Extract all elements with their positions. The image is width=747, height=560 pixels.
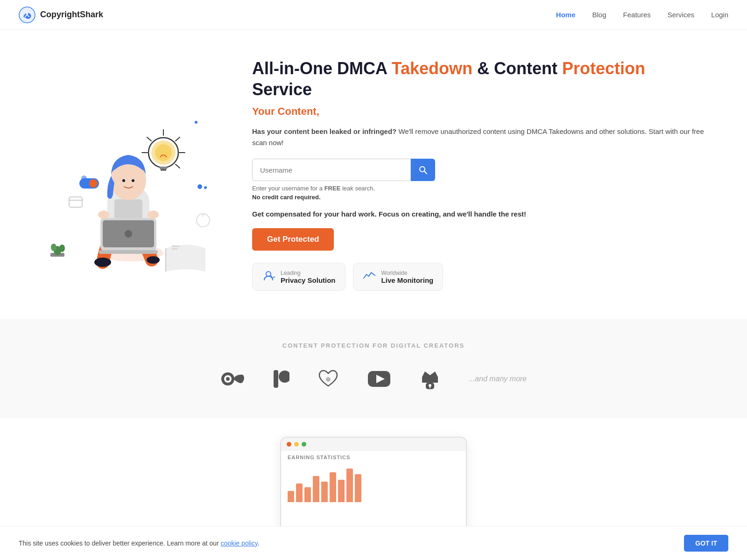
stats-label: EARNING STATISTICS — [281, 451, 466, 460]
platform-onlyfans — [220, 369, 245, 389]
cookie-text-main: This site uses cookies to deliver better… — [19, 539, 221, 547]
nav-services[interactable]: Services — [668, 11, 695, 19]
platform-patreon — [273, 369, 289, 389]
no-cc-text: No credit card required. — [252, 194, 710, 201]
hero-desc: Has your content been leaked or infringe… — [252, 126, 710, 148]
badge-monitoring: Worldwide Live Monitoring — [353, 263, 444, 291]
got-it-button[interactable]: GOT IT — [684, 535, 728, 552]
badge-monitoring-main: Live Monitoring — [381, 276, 434, 284]
platform-heart — [317, 369, 339, 389]
svg-point-50 — [226, 377, 230, 381]
search-hint-text: Enter your username for a — [252, 185, 324, 192]
chart-bar-6 — [330, 472, 336, 502]
svg-point-53 — [326, 377, 331, 382]
badge-monitoring-text: Worldwide Live Monitoring — [381, 270, 434, 284]
hero-title-part1: All-in-One DMCA — [252, 59, 392, 78]
privacy-icon — [262, 269, 275, 285]
svg-rect-41 — [69, 197, 82, 207]
cookie-text: This site uses cookies to deliver better… — [19, 539, 260, 547]
svg-rect-17 — [114, 199, 142, 220]
svg-point-15 — [147, 256, 160, 264]
svg-line-35 — [176, 164, 180, 168]
hero-content: All-in-One DMCA Takedown & Content Prote… — [224, 58, 710, 291]
svg-point-4 — [195, 121, 197, 124]
svg-line-31 — [176, 137, 180, 141]
svg-point-23 — [122, 179, 125, 182]
svg-point-24 — [132, 179, 134, 182]
hero-desc-bold: Has your content been leaked or infringe… — [252, 127, 396, 135]
compensate-text: Get compensated for your hard work. Focu… — [252, 210, 710, 218]
feature-badges: Leading Privacy Solution Worldwide Live … — [252, 263, 710, 291]
chart-bar-2 — [296, 483, 303, 502]
svg-rect-21 — [99, 250, 158, 254]
hero-title-part2: & Content — [472, 59, 562, 78]
nav-blog[interactable]: Blog — [592, 11, 606, 19]
search-hint: Enter your username for a FREE leak sear… — [252, 185, 710, 192]
search-hint-rest: leak search. — [340, 185, 375, 192]
search-icon — [418, 165, 428, 175]
hero-section: All-in-One DMCA Takedown & Content Prote… — [0, 30, 747, 319]
svg-point-20 — [125, 230, 132, 238]
nav-login[interactable]: Login — [711, 11, 728, 19]
badge-privacy-main: Privacy Solution — [281, 276, 336, 284]
monitoring-icon — [363, 269, 376, 285]
platform-youtube — [367, 370, 391, 388]
svg-point-57 — [429, 384, 431, 387]
badge-monitoring-top: Worldwide — [381, 270, 434, 276]
navbar: CopyrightShark Home Blog Features Servic… — [0, 0, 747, 30]
svg-point-12 — [59, 245, 65, 252]
nav-features[interactable]: Features — [623, 11, 651, 19]
chart-bar-7 — [338, 480, 345, 502]
platforms-more: ...and many more — [469, 375, 527, 383]
platform-fanbase — [419, 368, 441, 390]
search-button[interactable] — [411, 159, 435, 181]
hero-svg — [28, 76, 224, 272]
svg-line-32 — [147, 137, 151, 141]
badge-privacy-text: Leading Privacy Solution — [281, 270, 336, 284]
svg-point-52 — [279, 371, 289, 383]
search-input[interactable] — [252, 159, 411, 181]
hero-title: All-in-One DMCA Takedown & Content Prote… — [252, 58, 710, 100]
badge-privacy: Leading Privacy Solution — [252, 263, 345, 291]
hero-title-red: Protection — [562, 59, 645, 78]
svg-point-1 — [26, 13, 28, 14]
badge-privacy-top: Leading — [281, 270, 336, 276]
svg-point-36 — [197, 184, 202, 189]
stats-phone-bar — [281, 438, 466, 451]
chart-bar-8 — [346, 469, 353, 502]
get-protected-button[interactable]: Get Protected — [252, 228, 334, 251]
search-hint-free: FREE — [324, 185, 341, 192]
logo-text: CopyrightShark — [40, 10, 103, 20]
chart-bar-3 — [304, 487, 311, 502]
logo[interactable]: CopyrightShark — [19, 7, 103, 23]
hero-title-part3: Service — [252, 80, 312, 99]
hero-illustration — [28, 76, 224, 273]
stats-phone: EARNING STATISTICS — [280, 437, 467, 539]
search-row — [252, 159, 710, 181]
chart-bar-5 — [321, 482, 328, 502]
platforms-section: CONTENT PROTECTION FOR DIGITAL CREATORS — [0, 319, 747, 418]
dot-yellow — [294, 442, 299, 447]
chart-bar-9 — [355, 474, 361, 502]
chart-bar-4 — [313, 476, 319, 502]
cookie-banner: This site uses cookies to deliver better… — [0, 526, 747, 560]
hero-title-orange: Takedown — [392, 59, 472, 78]
platforms-row: ...and many more — [28, 368, 719, 390]
svg-point-3 — [204, 186, 207, 189]
svg-rect-51 — [274, 370, 278, 388]
svg-point-39 — [98, 210, 109, 219]
stats-chart — [281, 460, 466, 507]
svg-point-8 — [89, 179, 98, 188]
svg-point-14 — [94, 258, 111, 267]
cookie-text-period: . — [258, 539, 260, 547]
platforms-label: CONTENT PROTECTION FOR DIGITAL CREATORS — [28, 342, 719, 349]
hero-your-content: Your Content, — [252, 105, 710, 118]
dot-green — [302, 442, 306, 447]
nav-home[interactable]: Home — [556, 11, 576, 19]
nav-links: Home Blog Features Services Login — [556, 11, 728, 19]
cookie-policy-link[interactable]: cookie policy — [221, 539, 258, 547]
chart-bar-1 — [288, 491, 294, 502]
svg-point-40 — [148, 210, 159, 219]
svg-point-27 — [155, 144, 172, 161]
svg-rect-29 — [161, 169, 166, 171]
